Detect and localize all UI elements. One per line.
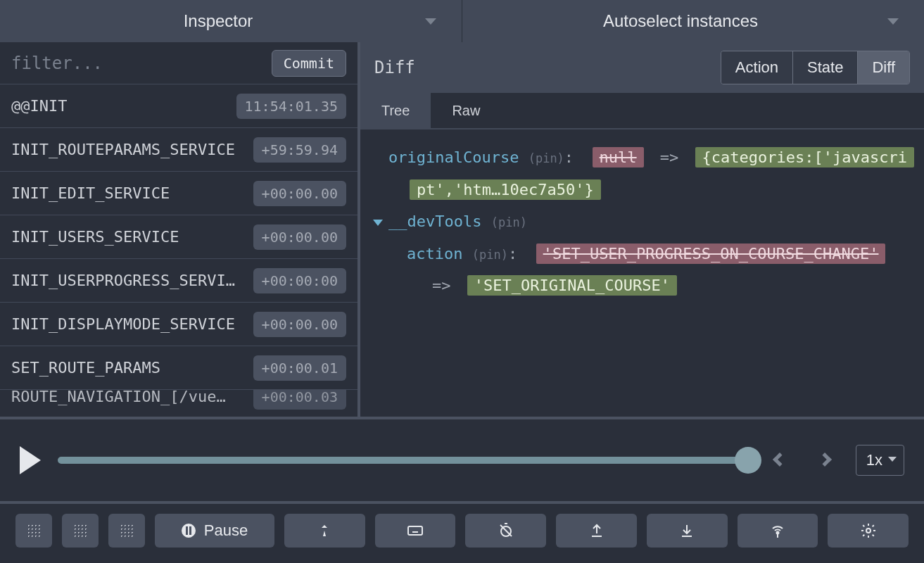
action-timestamp: +00:00.00 xyxy=(253,224,346,250)
inspector-label: Inspector xyxy=(0,11,436,31)
timeline-slider[interactable] xyxy=(58,457,749,464)
upload-button[interactable] xyxy=(556,514,637,548)
action-timestamp: +00:00.03 xyxy=(253,390,346,410)
action-item[interactable]: INIT_EDIT_SERVICE +00:00.00 xyxy=(0,172,357,215)
play-button[interactable] xyxy=(20,446,41,474)
action-name: INIT_USERPROGRESS_SERVI… xyxy=(11,272,235,289)
layout-bottom-button[interactable] xyxy=(62,514,99,548)
panel-title: Diff xyxy=(374,58,415,77)
action-timestamp: +00:00.00 xyxy=(253,181,346,206)
pin-icon xyxy=(316,522,333,539)
step-back-button[interactable] xyxy=(766,453,794,468)
chevron-down-icon xyxy=(425,18,436,25)
subtab-tree[interactable]: Tree xyxy=(360,93,431,128)
play-icon xyxy=(20,446,41,474)
pin-label[interactable]: (pin) xyxy=(472,248,508,262)
action-timestamp: 11:54:01.35 xyxy=(236,94,346,119)
pause-button[interactable]: Pause xyxy=(155,514,274,548)
svg-point-11 xyxy=(866,529,871,533)
pin-label[interactable]: (pin) xyxy=(491,215,527,229)
action-name: INIT_ROUTEPARAMS_SERVICE xyxy=(11,141,235,158)
grid-icon xyxy=(120,524,134,538)
instances-dropdown[interactable]: Autoselect instances xyxy=(462,0,924,42)
diff-key: originalCourse xyxy=(388,148,519,166)
action-name: SET_ROUTE_PARAMS xyxy=(11,359,160,377)
action-name: @@INIT xyxy=(11,97,67,115)
grid-icon xyxy=(73,524,87,538)
filter-input[interactable] xyxy=(11,53,263,73)
gear-icon xyxy=(860,522,877,539)
action-name: INIT_DISPLAYMODE_SERVICE xyxy=(11,315,235,333)
caret-down-icon[interactable] xyxy=(373,220,383,226)
action-item[interactable]: INIT_DISPLAYMODE_SERVICE +00:00.00 xyxy=(0,303,357,346)
instances-label: Autoselect instances xyxy=(462,11,899,31)
speed-value: 1x xyxy=(866,451,882,469)
chevron-down-icon xyxy=(888,457,897,462)
diff-key: action xyxy=(407,245,462,262)
download-button[interactable] xyxy=(647,514,728,548)
action-item[interactable]: @@INIT 11:54:01.35 xyxy=(0,84,357,128)
svg-rect-0 xyxy=(408,526,422,535)
lock-button[interactable] xyxy=(284,514,365,548)
remote-button[interactable] xyxy=(738,514,818,548)
tab-state[interactable]: State xyxy=(793,51,858,84)
action-timestamp: +00:00.00 xyxy=(253,312,346,337)
tab-action[interactable]: Action xyxy=(721,51,793,84)
action-item[interactable]: INIT_USERS_SERVICE +00:00.00 xyxy=(0,215,357,259)
action-name: INIT_EDIT_SERVICE xyxy=(11,184,170,202)
diff-new-value: pt','htm…10ec7a50'} xyxy=(410,179,601,200)
diff-tree: originalCourse (pin): null => {categorie… xyxy=(360,129,924,417)
diff-key[interactable]: __devTools xyxy=(388,213,481,230)
tab-diff[interactable]: Diff xyxy=(858,51,909,84)
diff-old-value: 'SET_USER_PROGRESS_ON_COURSE_CHANGE' xyxy=(536,243,886,264)
keyboard-icon xyxy=(407,522,424,539)
upload-icon xyxy=(588,522,605,539)
speed-select[interactable]: 1x xyxy=(856,445,904,476)
download-icon xyxy=(678,522,695,539)
keyboard-button[interactable] xyxy=(375,514,456,548)
chevron-left-icon xyxy=(773,453,787,467)
subtab-raw[interactable]: Raw xyxy=(431,93,501,128)
pause-label: Pause xyxy=(204,521,248,540)
slider-thumb[interactable] xyxy=(735,447,761,474)
action-timestamp: +00:00:00 xyxy=(253,268,346,293)
action-item[interactable]: ROUTE_NAVIGATION_[/vue… +00:00.03 xyxy=(0,390,357,417)
layout-right-button[interactable] xyxy=(108,514,145,548)
grid-icon xyxy=(27,524,41,538)
chevron-down-icon xyxy=(887,18,899,25)
diff-new-value: 'SET_ORIGINAL_COURSE' xyxy=(467,275,677,296)
commit-button[interactable]: Commit xyxy=(272,50,346,77)
layout-left-button[interactable] xyxy=(15,514,52,548)
action-item[interactable]: INIT_ROUTEPARAMS_SERVICE +59:59.94 xyxy=(0,128,357,172)
step-forward-button[interactable] xyxy=(811,453,839,468)
timer-off-icon xyxy=(498,522,514,539)
action-item[interactable]: INIT_USERPROGRESS_SERVI… +00:00:00 xyxy=(0,259,357,303)
inspector-dropdown[interactable]: Inspector xyxy=(0,0,462,42)
action-timestamp: +59:59.94 xyxy=(253,137,346,163)
sweep-button[interactable] xyxy=(465,514,546,548)
pause-icon xyxy=(182,524,196,538)
action-name: ROUTE_NAVIGATION_[/vue… xyxy=(11,390,226,405)
chevron-right-icon xyxy=(818,453,832,467)
broadcast-icon xyxy=(769,522,786,539)
action-list: @@INIT 11:54:01.35 INIT_ROUTEPARAMS_SERV… xyxy=(0,84,357,417)
diff-old-value: null xyxy=(593,147,644,167)
action-name: INIT_USERS_SERVICE xyxy=(11,228,179,246)
diff-new-value: {categories:['javascri xyxy=(695,147,914,167)
action-item[interactable]: SET_ROUTE_PARAMS +00:00.01 xyxy=(0,346,357,390)
action-timestamp: +00:00.01 xyxy=(253,355,346,381)
pin-label[interactable]: (pin) xyxy=(529,151,564,165)
settings-button[interactable] xyxy=(828,514,909,548)
